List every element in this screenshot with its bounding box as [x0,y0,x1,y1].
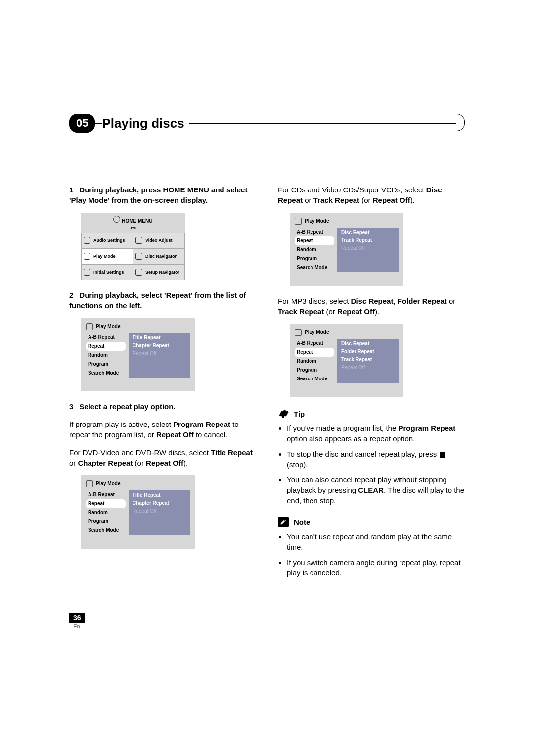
step-1: 1During playback, press HOME MENU and se… [69,185,256,205]
left-column: 1During playback, press HOME MENU and se… [69,177,256,583]
col2-p1: For CDs and Video CDs/Super VCDs, select… [278,185,465,205]
page-number: 36 [69,613,85,623]
step3-body2: For DVD-Video and DVD-RW discs, select T… [69,447,256,468]
step3-body1: If program play is active, select Progra… [69,419,256,440]
tip-icon [278,408,289,419]
col2-p2: For MP3 discs, select Disc Repeat, Folde… [278,296,465,317]
note-list: You can't use repeat and random play at … [278,531,465,578]
tip-title: Tip [294,409,305,419]
play-mode-screenshot-mp3: Play Mode A-B Repeat Repeat Random Progr… [290,324,403,397]
play-mode-screenshot-2: Play Mode A-B Repeat Repeat Random Progr… [81,475,195,549]
home-menu-screenshot: HOME MENU DVD Audio Settings Video Adjus… [81,213,185,280]
chapter-title: Playing discs [102,116,189,131]
play-mode-screenshot-cd: Play Mode A-B Repeat Repeat Random Progr… [290,213,403,286]
tip-list: If you've made a program list, the Progr… [278,423,465,506]
chapter-header: 05 Playing discs [69,114,465,133]
page-footer: 36 En [69,613,465,629]
tip-callout: Tip [278,408,465,419]
step-3: 3Select a repeat play option. [69,401,256,412]
right-column: For CDs and Video CDs/Super VCDs, select… [278,177,465,583]
stop-icon [440,452,445,458]
note-callout: Note [278,517,465,527]
play-mode-screenshot-1: Play Mode A-B Repeat Repeat Random Progr… [81,318,195,391]
language-code: En [69,623,84,629]
step-2: 2During playback, select 'Repeat' from t… [69,290,256,311]
note-title: Note [294,517,310,527]
note-icon [278,517,289,527]
chapter-number: 05 [69,114,95,133]
